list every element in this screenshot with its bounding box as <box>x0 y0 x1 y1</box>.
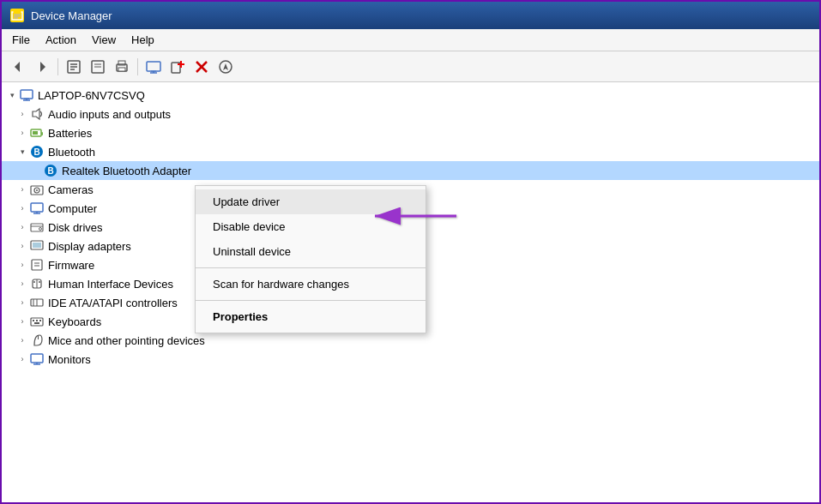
realtek-icon: B <box>43 163 58 178</box>
svg-rect-64 <box>39 320 41 321</box>
firmware-icon <box>29 257 45 273</box>
computer-icon <box>19 87 34 103</box>
svg-marker-6 <box>40 62 45 72</box>
display-icon <box>29 238 45 254</box>
bluetooth-label: Bluetooth <box>48 146 95 159</box>
svg-point-42 <box>36 189 38 191</box>
context-menu-scan-hw[interactable]: Scan for hardware changes <box>196 272 426 297</box>
svg-text:B: B <box>34 147 40 157</box>
svg-rect-34 <box>41 132 43 135</box>
firmware-expand-arrow[interactable]: › <box>15 258 29 272</box>
context-menu-uninstall-device[interactable]: Uninstall device <box>196 239 426 264</box>
hid-icon <box>29 276 45 291</box>
svg-rect-17 <box>147 62 160 71</box>
add-driver-button[interactable] <box>166 56 189 78</box>
realtek-label: Realtek Bluetooth Adapter <box>62 165 191 177</box>
svg-rect-28 <box>21 90 33 99</box>
toolbar <box>2 51 819 82</box>
menu-file[interactable]: File <box>5 32 37 48</box>
batteries-expand-arrow[interactable]: › <box>15 126 29 140</box>
computer-label: Computer <box>48 202 97 215</box>
computer-tree-icon <box>29 201 45 216</box>
svg-text:B: B <box>48 166 54 176</box>
disk-expand-arrow[interactable]: › <box>15 220 29 234</box>
svg-rect-51 <box>32 260 42 270</box>
disk-icon <box>29 219 45 235</box>
context-menu-disable-device[interactable]: Disable device <box>196 214 426 239</box>
context-menu: Update driver Disable device Uninstall d… <box>195 185 426 333</box>
cameras-expand-arrow[interactable]: › <box>15 183 29 196</box>
context-menu-sep2 <box>196 300 426 301</box>
realtek-expand-arrow <box>29 164 43 177</box>
mice-expand-arrow[interactable]: › <box>15 333 29 347</box>
uninstall-button[interactable] <box>190 56 213 78</box>
back-button[interactable] <box>7 56 29 78</box>
batteries-label: Batteries <box>48 127 92 140</box>
monitors-label: Monitors <box>48 353 91 366</box>
disk-label: Disk drives <box>48 221 103 234</box>
mice-label: Mice and other pointing devices <box>48 334 205 347</box>
ide-icon <box>29 295 45 310</box>
separator-1 <box>57 58 58 75</box>
bluetooth-icon: B <box>29 144 45 159</box>
update-driver-toolbar-button[interactable] <box>87 56 109 78</box>
audio-expand-arrow[interactable]: › <box>15 107 29 121</box>
hid-label: Human Interface Devices <box>48 278 173 291</box>
svg-rect-43 <box>31 203 43 212</box>
cameras-icon <box>29 182 45 197</box>
tree-item-audio[interactable]: › Audio inputs and outputs <box>2 105 819 123</box>
root-label: LAPTOP-6NV7CSVQ <box>38 89 145 102</box>
ide-label: IDE ATA/ATAPI controllers <box>48 297 178 309</box>
menu-view[interactable]: View <box>85 32 123 48</box>
firmware-label: Firmware <box>48 259 94 272</box>
hid-expand-arrow[interactable]: › <box>15 277 29 291</box>
ide-expand-arrow[interactable]: › <box>15 296 29 309</box>
print-button[interactable] <box>111 56 133 78</box>
menu-help[interactable]: Help <box>124 32 161 48</box>
menu-bar: File Action View Help <box>2 29 819 51</box>
svg-rect-67 <box>31 354 43 363</box>
bluetooth-expand-arrow[interactable]: ▾ <box>15 145 29 159</box>
svg-point-48 <box>39 228 42 231</box>
title-bar: Device Manager <box>2 2 819 29</box>
keyboards-label: Keyboards <box>48 315 101 328</box>
svg-point-56 <box>33 281 35 283</box>
monitors-icon <box>29 351 45 367</box>
tree-item-mice[interactable]: › Mice and other pointing devices <box>2 331 819 350</box>
batteries-icon <box>29 125 45 141</box>
context-menu-properties[interactable]: Properties <box>196 304 426 329</box>
forward-button[interactable] <box>31 56 53 78</box>
svg-marker-32 <box>33 109 39 119</box>
mice-icon <box>29 333 45 348</box>
svg-point-57 <box>39 281 40 283</box>
svg-rect-65 <box>34 322 39 324</box>
context-menu-update-driver[interactable]: Update driver <box>196 189 426 214</box>
computer-expand-arrow[interactable]: › <box>15 201 29 215</box>
device-manager-window: Device Manager File Action View Help <box>0 0 821 504</box>
svg-rect-61 <box>31 318 43 326</box>
tree-root[interactable]: ▾ LAPTOP-6NV7CSVQ <box>2 86 819 105</box>
display-expand-arrow[interactable]: › <box>15 239 29 253</box>
svg-rect-35 <box>33 131 38 135</box>
keyboards-icon <box>29 314 45 329</box>
keyboards-expand-arrow[interactable]: › <box>15 315 29 328</box>
svg-rect-16 <box>118 68 125 71</box>
tree-item-monitors[interactable]: › Monitors <box>2 350 819 369</box>
tree-item-batteries[interactable]: › Batteries <box>2 123 819 142</box>
tree-item-bluetooth[interactable]: ▾ B Bluetooth <box>2 142 819 161</box>
svg-rect-62 <box>33 320 34 321</box>
audio-icon <box>29 106 45 122</box>
menu-action[interactable]: Action <box>39 32 83 48</box>
svg-rect-1 <box>14 10 21 13</box>
tree-item-realtek[interactable]: B Realtek Bluetooth Adapter <box>2 161 819 180</box>
display-label: Display adapters <box>48 240 131 253</box>
context-menu-sep1 <box>196 267 426 268</box>
show-device-button[interactable] <box>142 56 165 78</box>
scan-hardware-button[interactable] <box>214 56 237 78</box>
main-content: ▾ LAPTOP-6NV7CSVQ › <box>2 82 819 502</box>
svg-marker-27 <box>223 63 228 70</box>
window-icon <box>10 9 24 22</box>
monitors-expand-arrow[interactable]: › <box>15 352 29 366</box>
root-expand-arrow[interactable]: ▾ <box>5 88 19 102</box>
properties-button[interactable] <box>63 56 85 78</box>
